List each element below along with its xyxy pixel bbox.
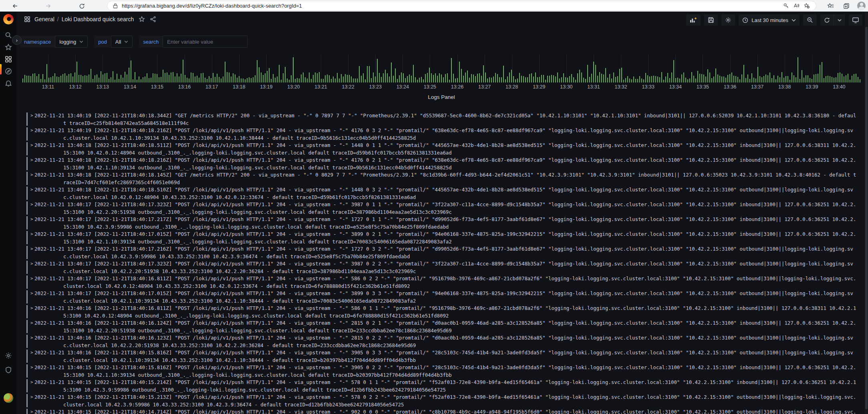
log-row[interactable]: >2022-11-21 13:40:16 [2022-11-21T18:40:1… <box>20 349 863 364</box>
browser-profile-avatar[interactable] <box>857 2 866 10</box>
add-panel-button[interactable] <box>686 14 701 26</box>
refresh-icon[interactable] <box>820 14 834 26</box>
log-row[interactable]: >2022-11-21 13:40:18 [2022-11-21T18:40:1… <box>20 186 863 201</box>
expand-log-chevron-icon[interactable]: > <box>30 379 33 386</box>
log-row[interactable]: >2022-11-21 13:40:17 [2022-11-21T18:40:1… <box>20 260 863 275</box>
browser-refresh-button[interactable] <box>77 1 87 11</box>
minute-gridline <box>812 54 812 82</box>
log-row[interactable]: >2022-11-21 13:40:18 [2022-11-21T18:40:1… <box>20 142 863 157</box>
histogram-bar <box>321 79 322 83</box>
histogram-bar <box>285 67 286 82</box>
page-scrollbar-thumb[interactable] <box>865 27 868 409</box>
log-row[interactable]: >2022-11-21 13:40:16 [2022-11-21T18:40:1… <box>20 320 863 334</box>
log-row[interactable]: >2022-11-21 13:40:17 [2022-11-21T18:40:1… <box>20 231 863 245</box>
expand-log-chevron-icon[interactable]: > <box>30 260 33 267</box>
variable-search-input[interactable] <box>163 36 248 48</box>
collections-icon[interactable] <box>841 2 852 10</box>
zoom-out-time-button[interactable] <box>803 14 817 26</box>
histogram-bar <box>471 74 472 82</box>
log-row[interactable]: >2022-11-21 13:40:15 [2022-11-21T18:40:1… <box>20 394 863 408</box>
log-row[interactable]: >2022-11-21 13:40:16 [2022-11-21T18:40:1… <box>20 305 863 320</box>
log-row[interactable]: >2022-11-21 13:40:17 [2022-11-21T18:40:1… <box>20 216 863 231</box>
logs-panel-title[interactable]: Logs Panel <box>20 93 863 102</box>
star-dashboard-button[interactable] <box>139 16 145 22</box>
url-text[interactable]: https://grafana.bigbang.dev/d/liz0yRCZz/… <box>122 3 781 9</box>
histogram-bar <box>26 76 27 82</box>
histogram-bar <box>101 71 101 82</box>
histogram-bar <box>275 78 276 82</box>
expand-log-chevron-icon[interactable]: > <box>30 127 33 134</box>
expand-log-chevron-icon[interactable]: > <box>30 112 33 119</box>
expand-menu-handle[interactable]: › <box>12 35 22 45</box>
breadcrumb-general[interactable]: General <box>34 16 54 22</box>
cycle-view-mode-button[interactable] <box>849 14 862 26</box>
refresh-dashboard-button[interactable] <box>820 14 845 26</box>
log-row[interactable]: >2022-11-21 13:40:17 [2022-11-21T18:40:1… <box>20 275 863 290</box>
log-row[interactable]: >2022-11-21 13:40:16 [2022-11-21T18:40:1… <box>20 334 863 349</box>
expand-log-chevron-icon[interactable]: > <box>30 245 33 253</box>
histogram-bar <box>93 79 93 82</box>
log-row[interactable]: >2022-11-21 13:40:17 [2022-11-21T18:40:1… <box>20 201 863 216</box>
log-row[interactable]: >2022-11-21 13:40:19 [2022-11-21T18:40:1… <box>20 112 863 127</box>
expand-log-chevron-icon[interactable]: > <box>30 349 33 356</box>
dashboards-icon[interactable] <box>0 54 17 64</box>
dashboard-settings-button[interactable] <box>721 14 735 26</box>
log-line-text: 2022-11-21 13:40:17 [2022-11-21T18:40:17… <box>34 201 859 216</box>
alerting-bell-icon[interactable] <box>0 78 17 88</box>
log-row[interactable]: >2022-11-21 13:40:17 [2022-11-21T18:40:1… <box>20 290 863 305</box>
log-row[interactable]: >2022-11-21 13:40:18 [2022-11-21T18:40:1… <box>20 157 863 171</box>
expand-log-chevron-icon[interactable]: > <box>30 231 33 238</box>
explore-compass-icon[interactable] <box>0 66 17 76</box>
read-aloud-icon[interactable] <box>791 2 802 10</box>
password-key-icon[interactable] <box>781 2 791 10</box>
expand-log-chevron-icon[interactable]: > <box>30 216 33 223</box>
browser-back-button[interactable] <box>10 1 20 11</box>
user-avatar[interactable] <box>0 393 17 403</box>
expand-log-chevron-icon[interactable]: > <box>30 290 33 297</box>
browser-forward-button[interactable] <box>43 1 53 11</box>
expand-log-chevron-icon[interactable]: > <box>30 142 33 149</box>
histogram-bar <box>421 77 422 82</box>
expand-log-chevron-icon[interactable]: > <box>30 408 33 414</box>
configuration-gear-icon[interactable] <box>0 350 17 361</box>
server-admin-shield-icon[interactable] <box>0 365 17 375</box>
expand-log-chevron-icon[interactable]: > <box>30 186 33 193</box>
save-dashboard-button[interactable] <box>704 14 718 26</box>
log-row[interactable]: >2022-11-21 13:40:15 [2022-11-21T18:40:1… <box>20 379 863 394</box>
log-row[interactable]: >2022-11-21 13:40:17 [2022-11-21T18:40:1… <box>20 245 863 260</box>
time-range-picker[interactable]: Last 30 minutes <box>739 14 800 26</box>
histogram-bar <box>125 72 125 82</box>
histogram-bar <box>840 72 840 82</box>
expand-log-chevron-icon[interactable]: > <box>30 334 33 342</box>
expand-log-chevron-icon[interactable]: > <box>30 320 33 327</box>
histogram-bar <box>191 72 191 82</box>
expand-log-chevron-icon[interactable]: > <box>30 394 33 401</box>
refresh-interval-chevron[interactable] <box>834 14 845 26</box>
log-row[interactable]: >2022-11-21 13:40:15 [2022-11-21T18:40:1… <box>20 364 863 379</box>
log-level-bar <box>26 142 28 155</box>
log-row[interactable]: >2022-11-21 13:40:18 [2022-11-21T18:40:1… <box>20 171 863 186</box>
grafana-logo[interactable] <box>3 14 14 24</box>
lock-icon[interactable] <box>113 3 118 8</box>
histogram-bar <box>727 75 728 82</box>
expand-log-chevron-icon[interactable]: > <box>30 305 33 312</box>
histogram-bar <box>277 76 278 82</box>
add-favorite-star-icon[interactable] <box>802 2 812 10</box>
log-row[interactable]: >2022-11-21 13:40:15 [2022-11-21T18:40:1… <box>20 408 863 414</box>
histogram-plot[interactable] <box>20 54 862 82</box>
log-row[interactable]: >2022-11-21 13:40:19 [2022-11-21T18:40:1… <box>20 127 863 142</box>
expand-log-chevron-icon[interactable]: > <box>30 157 33 164</box>
share-dashboard-button[interactable] <box>150 16 156 22</box>
expand-log-chevron-icon[interactable]: > <box>30 275 33 282</box>
histogram-bar <box>351 76 352 82</box>
histogram-bar <box>263 75 264 82</box>
histogram-bar <box>205 78 205 82</box>
favorites-bar-icon[interactable] <box>825 2 836 10</box>
variable-pod-select[interactable]: All <box>111 36 133 48</box>
expand-log-chevron-icon[interactable]: > <box>30 171 33 179</box>
expand-log-chevron-icon[interactable]: > <box>30 201 33 208</box>
histogram-bar <box>469 78 470 82</box>
variable-namespace-select[interactable]: logging <box>55 36 88 48</box>
address-bar[interactable]: https://grafana.bigbang.dev/d/liz0yRCZz/… <box>107 1 816 11</box>
expand-log-chevron-icon[interactable]: > <box>30 364 33 371</box>
